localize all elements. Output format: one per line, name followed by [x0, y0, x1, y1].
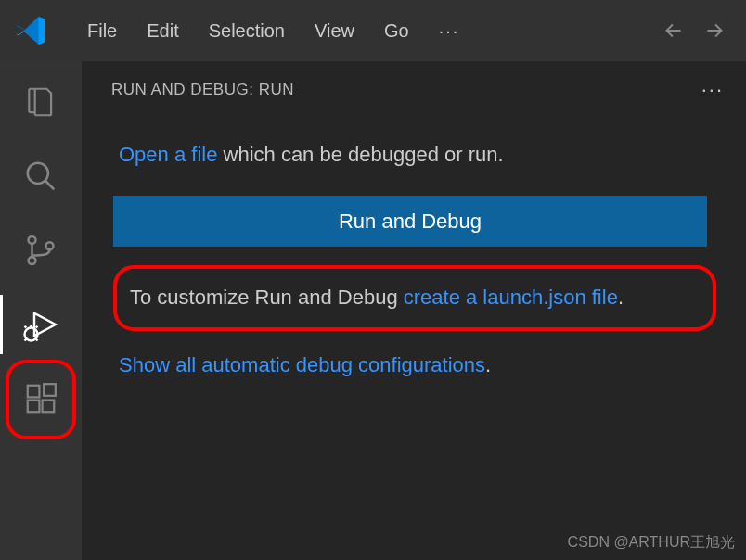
vscode-logo-icon — [17, 16, 46, 45]
sidebar-more-button[interactable]: ··· — [701, 78, 724, 102]
customize-text: To customize Run and Debug create a laun… — [124, 282, 705, 312]
svg-rect-8 — [44, 384, 56, 396]
sidebar-title: RUN AND DEBUG: RUN — [111, 81, 294, 99]
show-all-post: . — [485, 353, 491, 376]
menu-edit[interactable]: Edit — [132, 15, 193, 47]
active-indicator — [0, 295, 3, 354]
open-file-link[interactable]: Open a file — [119, 143, 217, 166]
menu-view[interactable]: View — [300, 15, 369, 47]
menu-file[interactable]: File — [72, 15, 132, 47]
annotation-highlight-customize: To customize Run and Debug create a laun… — [113, 265, 716, 331]
nav-back-button[interactable] — [659, 16, 688, 45]
nav-arrows — [659, 16, 737, 45]
activity-explorer[interactable] — [19, 80, 63, 124]
open-file-rest: which can be debugged or run. — [217, 143, 503, 166]
nav-forward-button[interactable] — [700, 16, 729, 45]
sidebar-panel: RUN AND DEBUG: RUN ··· Open a file which… — [82, 61, 746, 560]
open-file-text: Open a file which can be debugged or run… — [113, 139, 731, 170]
menu-selection[interactable]: Selection — [194, 15, 300, 47]
menu-bar: File Edit Selection View Go ··· — [72, 15, 474, 47]
customize-post: . — [618, 286, 624, 309]
svg-rect-5 — [28, 386, 40, 398]
title-bar: File Edit Selection View Go ··· — [0, 0, 746, 61]
menu-more[interactable]: ··· — [424, 15, 475, 47]
svg-rect-6 — [28, 401, 40, 413]
activity-source-control[interactable] — [19, 228, 63, 273]
create-launch-json-link[interactable]: create a launch.json file — [404, 286, 618, 309]
svg-point-0 — [28, 163, 48, 184]
activity-bar — [0, 61, 82, 560]
menu-go[interactable]: Go — [369, 15, 424, 47]
activity-run-debug[interactable] — [19, 302, 63, 347]
main-area: RUN AND DEBUG: RUN ··· Open a file which… — [0, 61, 746, 560]
sidebar-header: RUN AND DEBUG: RUN ··· — [96, 78, 731, 102]
svg-rect-7 — [43, 401, 55, 413]
show-all-configs-link[interactable]: Show all automatic debug configurations — [119, 353, 485, 376]
show-all-text: Show all automatic debug configurations. — [113, 350, 731, 380]
activity-extensions[interactable] — [19, 376, 63, 421]
run-debug-panel: Open a file which can be debugged or run… — [96, 102, 731, 380]
customize-pre: To customize Run and Debug — [130, 286, 404, 309]
run-and-debug-button[interactable]: Run and Debug — [113, 196, 707, 247]
activity-search[interactable] — [19, 154, 63, 198]
watermark-text: CSDN @ARTHUR王旭光 — [568, 533, 735, 553]
